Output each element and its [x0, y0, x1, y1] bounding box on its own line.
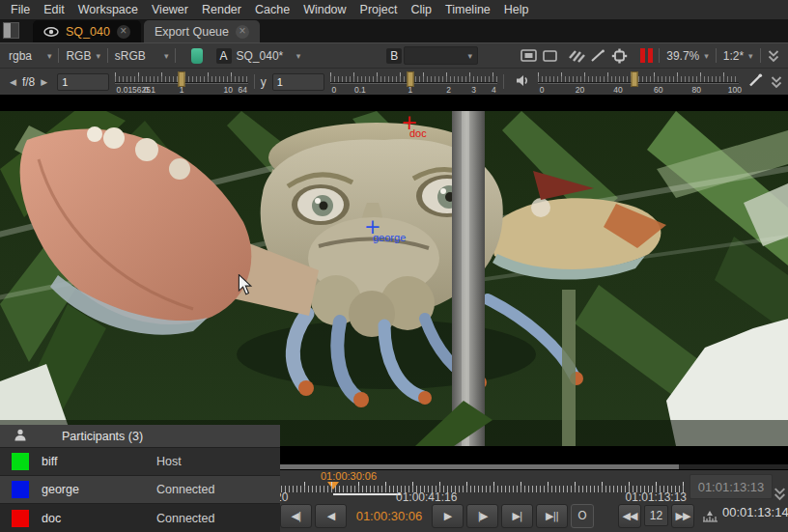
close-icon[interactable]: ×	[117, 25, 130, 39]
fast-backward-button[interactable]: ◀◀	[618, 504, 641, 528]
tab-label: Export Queue	[155, 25, 229, 39]
menu-cache[interactable]: Cache	[248, 3, 296, 16]
volume-slider-handle[interactable]	[631, 71, 637, 87]
volume-slider[interactable]: 0 20 40 60 80 100	[538, 70, 739, 95]
participant-row[interactable]: george Connected	[0, 475, 280, 503]
wipe-icon[interactable]	[567, 46, 586, 66]
format-frame-icon[interactable]	[540, 46, 559, 66]
double-chevron-down-icon[interactable]	[764, 46, 783, 66]
play-button[interactable]: ▶	[432, 504, 464, 528]
annotation-label: george	[373, 232, 406, 243]
gamma-slider-handle[interactable]	[407, 71, 413, 87]
gamma-input[interactable]	[272, 73, 324, 91]
double-chevron-down-icon[interactable]	[771, 75, 782, 89]
participants-panel: Participants (3) biff Host george Connec…	[0, 425, 280, 532]
divider	[503, 74, 504, 89]
menu-window[interactable]: Window	[296, 3, 352, 16]
speaker-icon[interactable]	[516, 74, 530, 90]
caret-down-icon: ▾	[704, 51, 709, 61]
caret-down-icon: ▾	[96, 51, 100, 61]
tick-label: 0.1	[144, 85, 155, 95]
current-timecode-field[interactable]: 01:00:30:06	[350, 509, 429, 523]
fast-forward-button[interactable]: ▶▶	[671, 504, 694, 528]
caret-down-icon: ▾	[748, 51, 753, 61]
viewer-canvas[interactable]: + doc + george	[0, 95, 788, 470]
participant-row[interactable]: biff Host	[0, 447, 280, 475]
gain-input[interactable]	[57, 73, 109, 91]
proxy-value: 1:2*	[723, 49, 744, 63]
divider	[254, 74, 255, 89]
colorspace-dropdown[interactable]: sRGB ▾	[110, 47, 174, 65]
roi-gear-icon[interactable]	[610, 46, 630, 66]
tab-bar: SQ_040 × Export Queue ×	[0, 19, 788, 42]
divider	[58, 48, 59, 63]
participants-header: Participants (3)	[0, 425, 280, 447]
eyedropper-icon[interactable]	[748, 73, 763, 90]
annotation-label: doc	[409, 127, 427, 139]
tab-export-queue[interactable]: Export Queue ×	[144, 20, 260, 42]
timeline-ruler[interactable]: 01:00:30:06 20 01:00:41:16 01:01:13:13	[275, 470, 687, 503]
tab-sq-040[interactable]: SQ_040 ×	[33, 20, 141, 42]
tick-label: 40	[613, 85, 622, 95]
divider	[716, 48, 717, 63]
goto-end-button[interactable]: ▶||	[536, 504, 568, 528]
gain-slider[interactable]: 0.015625 0.1 1 10 64	[115, 70, 248, 95]
stops-next-icon[interactable]: ▶	[37, 77, 51, 87]
input-b-dropdown[interactable]: ▾	[404, 46, 478, 65]
menu-file[interactable]: File	[4, 3, 37, 16]
play-backward-button[interactable]: ◀	[315, 504, 347, 528]
channels-value: rgba	[9, 49, 32, 63]
next-edit-button[interactable]: ▶|	[501, 504, 533, 528]
tag-icon[interactable]	[191, 48, 202, 64]
stops-label: f/8	[20, 75, 37, 89]
timeline-scrollbar[interactable]	[275, 464, 788, 469]
menu-edit[interactable]: Edit	[37, 3, 71, 16]
fps-field[interactable]: 12	[644, 505, 668, 526]
divider	[760, 48, 761, 63]
pause-icon[interactable]	[636, 46, 656, 66]
ruler-ticks	[277, 486, 685, 492]
close-icon[interactable]: ×	[236, 25, 249, 39]
timeline-ruler-icon[interactable]	[703, 509, 718, 526]
step-forward-button[interactable]: |▶	[466, 504, 498, 528]
application-window: File Edit Workspace Viewer Render Cache …	[0, 0, 788, 532]
menu-workspace[interactable]: Workspace	[71, 3, 145, 16]
caret-down-icon: ▾	[296, 51, 301, 61]
layout-panel-icon[interactable]	[3, 22, 19, 39]
viewer-image	[0, 111, 788, 446]
scrollbar-thumb[interactable]	[280, 464, 679, 469]
colorspace-value: sRGB	[115, 49, 146, 63]
pen-icon[interactable]	[588, 46, 607, 66]
caret-down-icon: ▾	[164, 51, 169, 61]
double-chevron-down-icon[interactable]	[774, 487, 786, 505]
out-timecode-field[interactable]: 01:01:13:13	[690, 474, 773, 499]
participant-color-swatch	[12, 453, 29, 470]
tick-label: 10	[223, 85, 232, 95]
stops-prev-icon[interactable]: ◀	[6, 77, 20, 87]
display-dropdown[interactable]: RGB ▾	[61, 47, 105, 65]
gamma-slider[interactable]: 0 0.1 1 2 3 4	[330, 70, 497, 95]
step-back-button[interactable]: ◀|	[280, 504, 312, 528]
menu-viewer[interactable]: Viewer	[145, 3, 195, 16]
channels-dropdown[interactable]: rgba ▾	[4, 47, 56, 65]
tick-label: 60	[654, 85, 662, 95]
participant-name: doc	[42, 512, 156, 525]
gain-slider-handle[interactable]	[179, 71, 185, 87]
menu-render[interactable]: Render	[195, 3, 248, 16]
zoom-dropdown[interactable]: 39.7% ▾	[661, 47, 714, 65]
input-a-dropdown[interactable]: SQ_040* ▾	[232, 47, 306, 65]
tab-label: SQ_040	[66, 25, 110, 39]
input-a-label: A	[216, 48, 232, 64]
menu-timeline[interactable]: Timeline	[438, 3, 497, 16]
menu-help[interactable]: Help	[497, 3, 536, 16]
loop-mode-button[interactable]: O	[571, 504, 594, 528]
menu-clip[interactable]: Clip	[405, 3, 439, 16]
transport-controls: ◀| ◀ 01:00:30:06 ▶ |▶ ▶| ▶|| O ◀◀ 12 ▶▶	[280, 502, 694, 529]
participant-row[interactable]: doc Connected	[0, 503, 280, 532]
exposure-bar: ◀ f/8 ▶ 0.015625 0.1 1 10 64 y 0 0.1 1 2…	[0, 68, 788, 95]
menu-project[interactable]: Project	[353, 3, 405, 16]
display-window-icon[interactable]	[519, 46, 538, 66]
tick-label: 80	[692, 85, 701, 95]
proxy-dropdown[interactable]: 1:2* ▾	[718, 47, 758, 65]
input-a-value: SQ_040*	[237, 49, 284, 63]
